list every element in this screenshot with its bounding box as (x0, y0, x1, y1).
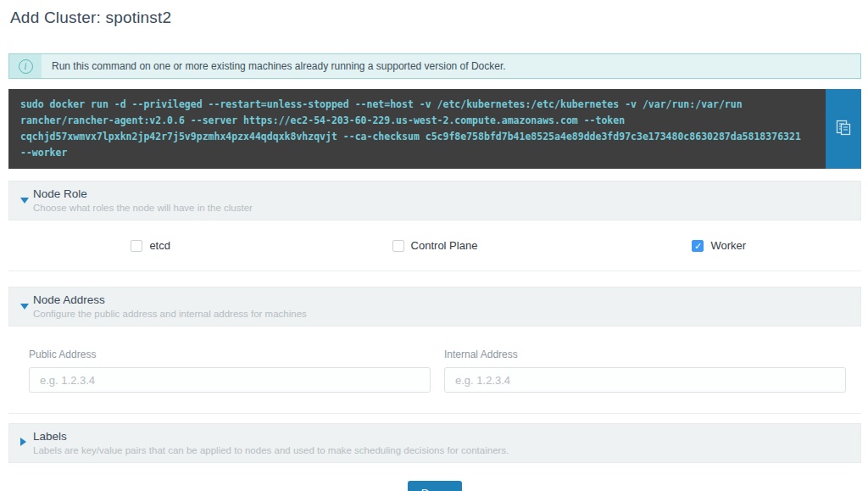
etcd-checkbox[interactable] (131, 240, 142, 252)
control-plane-checkbox[interactable] (392, 240, 404, 252)
control-plane-checkbox-item[interactable]: Control Plane (392, 239, 478, 252)
labels-title: Labels (33, 430, 849, 443)
worker-checkbox[interactable] (692, 240, 704, 252)
control-plane-checkbox-label: Control Plane (411, 239, 478, 252)
docker-command-block: sudo docker run -d --privileged --restar… (8, 89, 861, 169)
worker-checkbox-label: Worker (710, 239, 746, 252)
internal-address-group: Internal Address (444, 349, 846, 393)
node-address-section: Node Address Configure the public addres… (8, 287, 861, 414)
role-col-control-plane: Control Plane (292, 239, 576, 252)
internal-address-input[interactable] (444, 367, 846, 393)
chevron-down-icon (20, 198, 29, 204)
node-role-options: etcd Control Plane Worker (8, 220, 861, 271)
internal-address-label: Internal Address (444, 349, 846, 360)
node-address-section-header[interactable]: Node Address Configure the public addres… (8, 287, 861, 326)
docker-command-text: sudo docker run -d --privileged --restar… (8, 89, 826, 169)
labels-section-header[interactable]: Labels Labels are key/value pairs that c… (8, 423, 861, 463)
copy-command-button[interactable] (826, 89, 861, 169)
node-role-subtitle: Choose what roles the node will have in … (33, 203, 849, 213)
node-role-title: Node Role (33, 187, 849, 200)
banner-message: Run this command on one or more existing… (42, 54, 506, 78)
footer-actions: Done (8, 481, 861, 491)
role-col-etcd: etcd (8, 239, 292, 252)
node-address-subtitle: Configure the public address and interna… (33, 309, 849, 319)
add-cluster-page: Add Cluster: spotinst2 Run this command … (8, 0, 861, 491)
role-col-worker: Worker (577, 239, 861, 252)
public-address-group: Public Address (29, 349, 431, 393)
labels-subtitle: Labels are key/value pairs that can be a… (33, 445, 849, 455)
docker-instruction-banner: Run this command on one or more existing… (8, 53, 861, 79)
node-address-fields: Public Address Internal Address (8, 326, 861, 414)
labels-section: Labels Labels are key/value pairs that c… (8, 423, 861, 463)
public-address-input[interactable] (29, 367, 431, 393)
public-address-label: Public Address (29, 349, 431, 360)
done-button[interactable]: Done (408, 481, 462, 491)
info-circle-icon (19, 59, 33, 74)
clipboard-copy-icon (834, 119, 853, 140)
chevron-right-icon (20, 438, 26, 446)
node-role-section: Node Role Choose what roles the node wil… (8, 181, 861, 271)
etcd-checkbox-label: etcd (149, 239, 170, 252)
banner-icon-cell (9, 54, 42, 78)
chevron-down-icon (20, 304, 29, 310)
page-title: Add Cluster: spotinst2 (10, 8, 861, 27)
node-address-title: Node Address (33, 293, 849, 306)
node-role-section-header[interactable]: Node Role Choose what roles the node wil… (8, 181, 861, 220)
worker-checkbox-item[interactable]: Worker (692, 239, 746, 252)
etcd-checkbox-item[interactable]: etcd (131, 239, 170, 252)
